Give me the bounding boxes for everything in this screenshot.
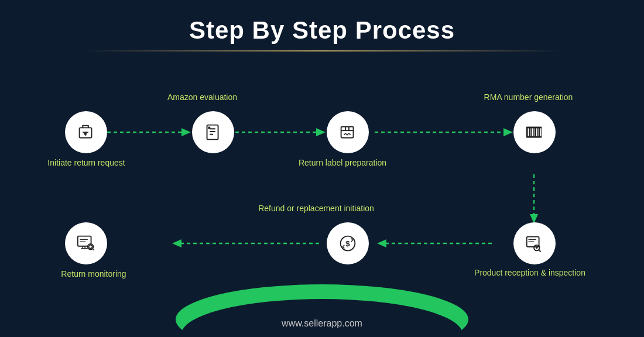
node-amazon-eval xyxy=(192,111,234,153)
svg-rect-18 xyxy=(532,128,533,136)
label-monitoring: Return monitoring xyxy=(35,269,152,278)
monitor-search-icon xyxy=(75,232,97,255)
svg-rect-16 xyxy=(528,128,529,136)
svg-marker-3 xyxy=(316,128,326,136)
label-refund: Refund or replacement initiation xyxy=(231,204,401,213)
svg-marker-1 xyxy=(181,128,191,136)
node-refund: $ xyxy=(327,222,369,264)
label-rma: RMA number generation xyxy=(463,92,594,102)
package-box-icon xyxy=(337,121,359,143)
svg-marker-11 xyxy=(172,239,181,247)
node-monitoring xyxy=(65,222,107,264)
title-divider xyxy=(82,50,562,51)
svg-rect-19 xyxy=(535,128,535,136)
svg-rect-22 xyxy=(540,128,542,136)
svg-rect-21 xyxy=(539,128,539,136)
checklist-icon xyxy=(202,121,224,143)
label-inspection: Product reception & inspection xyxy=(457,268,603,277)
barcode-icon xyxy=(523,121,546,143)
label-return-label: Return label preparation xyxy=(281,158,404,167)
flow-area: Initiate return request Amazon evaluatio… xyxy=(0,57,644,280)
svg-marker-5 xyxy=(503,128,513,136)
page-title: Step By Step Process xyxy=(0,0,644,44)
node-initiate xyxy=(65,111,107,153)
magnify-search-icon xyxy=(523,232,546,255)
svg-text:$: $ xyxy=(345,239,350,248)
node-inspection xyxy=(513,222,556,264)
svg-marker-9 xyxy=(377,239,386,247)
node-rma xyxy=(513,111,556,153)
label-amazon-eval: Amazon evaluation xyxy=(145,92,259,102)
page-container: Step By Step Process xyxy=(0,0,644,337)
node-return-label xyxy=(327,111,369,153)
package-return-icon xyxy=(75,121,97,143)
label-initiate: Initiate return request xyxy=(35,158,138,167)
svg-rect-20 xyxy=(536,128,537,136)
svg-rect-17 xyxy=(530,128,530,136)
money-exchange-icon: $ xyxy=(337,232,359,255)
svg-rect-14 xyxy=(341,127,354,138)
website-url: www.sellerapp.com xyxy=(282,318,362,329)
